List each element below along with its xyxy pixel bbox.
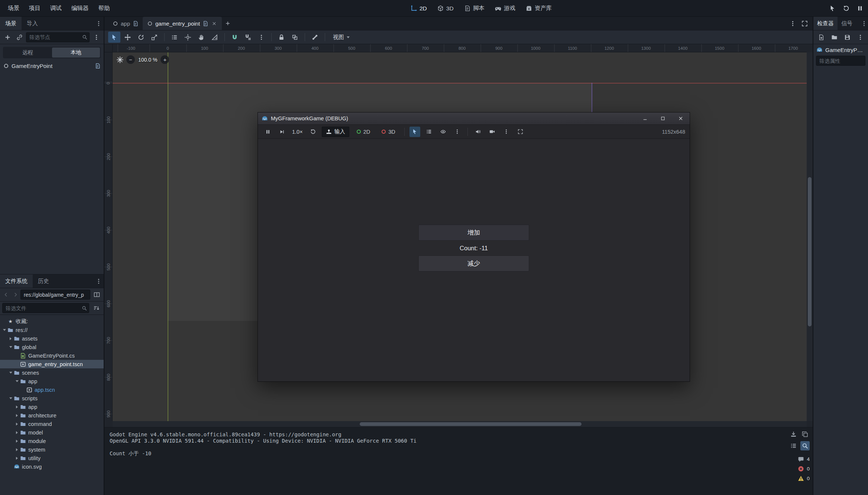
menu-item[interactable]: 帮助	[94, 3, 115, 14]
move-tool-button[interactable]	[122, 32, 134, 43]
zoom-level[interactable]: 100.0 %	[138, 57, 157, 63]
camera-options-button[interactable]	[501, 127, 512, 137]
sort-files-button[interactable]	[91, 303, 101, 313]
input-toggle-button[interactable]: 输入	[322, 127, 349, 137]
remote-button[interactable]: 远程	[4, 48, 52, 58]
add-node-button[interactable]	[2, 32, 13, 42]
tab-list-menu-button[interactable]	[787, 18, 798, 29]
rotate-tool-button[interactable]	[135, 32, 147, 43]
pivot-tool-button[interactable]	[182, 32, 194, 43]
new-resource-button[interactable]	[816, 32, 826, 42]
decrease-button[interactable]: 减少	[418, 255, 529, 271]
playback-speed-button[interactable]: 1.0×	[291, 129, 304, 135]
expand-chevron[interactable]	[8, 337, 13, 340]
file-tree-item[interactable]: ★ 收藏:	[0, 317, 104, 326]
increase-button[interactable]: 增加	[418, 225, 529, 241]
collapse-duplicates-button[interactable]	[789, 441, 798, 450]
nav-back-button[interactable]	[2, 290, 10, 299]
scale-tool-button[interactable]	[148, 32, 161, 43]
file-tree-item[interactable]: scenes	[0, 368, 104, 377]
expand-chevron[interactable]	[14, 457, 20, 460]
workspace-game[interactable]: 游戏	[490, 3, 520, 14]
tab-filesystem[interactable]: 文件系统	[0, 274, 33, 288]
grid-snap-button[interactable]	[242, 32, 254, 43]
file-tree-item[interactable]: system	[0, 445, 104, 454]
tab-import[interactable]: 导入	[22, 17, 43, 30]
file-tree-item[interactable]: global	[0, 343, 104, 351]
restart-game-button[interactable]	[841, 3, 852, 14]
file-tree-item[interactable]: module	[0, 437, 104, 445]
zoom-out-button[interactable]: −	[126, 55, 135, 64]
load-resource-button[interactable]	[829, 32, 839, 42]
filesystem-menu-button[interactable]	[93, 274, 104, 288]
game-window-titlebar[interactable]: MyGFrameworkGame (DEBUG)	[258, 113, 690, 125]
close-window-button[interactable]	[673, 113, 688, 124]
file-tree-item[interactable]: model	[0, 428, 104, 437]
embed-options-button[interactable]	[515, 127, 526, 137]
error-count-badge[interactable]: 0	[798, 466, 810, 472]
local-button[interactable]: 本地	[52, 48, 100, 58]
workspace-script[interactable]: 脚本	[459, 3, 489, 14]
expand-editor-button[interactable]	[799, 18, 810, 29]
maximize-window-button[interactable]	[655, 113, 670, 124]
3d-mode-button[interactable]: 3D	[378, 127, 399, 137]
split-view-button[interactable]	[91, 290, 102, 300]
tab-history[interactable]: 历史	[33, 274, 54, 288]
expand-chevron[interactable]	[8, 372, 13, 374]
lock-selection-button[interactable]	[275, 32, 288, 43]
file-tree-item[interactable]: utility	[0, 454, 104, 462]
inspector-extra-menu-button[interactable]	[855, 32, 865, 42]
node-select-button[interactable]	[409, 127, 420, 137]
menu-item[interactable]: 场景	[3, 3, 24, 14]
viewport-vertical-scrollbar[interactable]	[807, 52, 813, 421]
property-filter-input[interactable]	[816, 56, 865, 66]
menu-item[interactable]: 编辑器	[67, 3, 94, 14]
snap-options-button[interactable]	[255, 32, 268, 43]
expand-chevron[interactable]	[8, 397, 13, 399]
save-resource-button[interactable]	[842, 32, 852, 42]
game-focus-button[interactable]	[827, 3, 838, 14]
workspace-assetlib[interactable]: 资产库	[521, 3, 557, 14]
expand-chevron[interactable]	[14, 440, 20, 443]
inspector-menu-button[interactable]	[860, 17, 868, 30]
file-filter-input[interactable]	[2, 303, 89, 313]
horizontal-ruler[interactable]: -100010020030040050060070080090010001100…	[113, 44, 807, 52]
mute-audio-button[interactable]	[473, 127, 483, 137]
new-scene-tab-button[interactable]	[222, 17, 234, 30]
next-frame-button[interactable]	[276, 127, 287, 137]
scene-tab-app[interactable]: app	[108, 17, 143, 30]
scene-dock-menu-button[interactable]	[93, 17, 104, 30]
menu-item[interactable]: 调试	[45, 3, 67, 14]
file-tree-item[interactable]: game_entry_point.tscn	[0, 360, 104, 368]
expand-chevron[interactable]	[14, 380, 20, 382]
file-tree-item[interactable]: res://	[0, 326, 104, 334]
expand-chevron[interactable]	[8, 346, 13, 348]
file-tree-item[interactable]: app	[0, 377, 104, 385]
skeleton-options-button[interactable]	[309, 32, 321, 43]
file-tree-item[interactable]: command	[0, 420, 104, 428]
edited-object-row[interactable]: GameEntryPoint...	[813, 44, 868, 55]
tab-signals[interactable]: 信号	[838, 17, 856, 30]
tab-inspector[interactable]: 检查器	[813, 17, 838, 30]
file-tree-item[interactable]: scripts	[0, 394, 104, 403]
camera-override-button[interactable]	[487, 127, 498, 137]
expand-chevron[interactable]	[14, 423, 20, 426]
nav-forward-button[interactable]	[11, 290, 19, 299]
tab-scene[interactable]: 场景	[0, 17, 22, 30]
copy-log-button[interactable]	[800, 430, 810, 439]
minimize-window-button[interactable]	[638, 113, 652, 124]
scene-tree-menu-button[interactable]	[91, 32, 101, 42]
message-count-badge[interactable]: 4	[798, 456, 810, 462]
file-tree-item[interactable]: app.tscn	[0, 385, 104, 394]
file-tree-item[interactable]: app	[0, 403, 104, 411]
ruler-tool-button[interactable]	[208, 32, 221, 43]
smart-snap-button[interactable]	[229, 32, 241, 43]
scene-tab-game-entry-point[interactable]: game_entry_point	[143, 17, 222, 30]
visibility-button[interactable]	[438, 127, 448, 137]
expand-chevron[interactable]	[14, 414, 20, 417]
current-path-input[interactable]	[20, 290, 90, 300]
node-list-button[interactable]	[424, 127, 434, 137]
menu-item[interactable]: 项目	[24, 3, 45, 14]
close-tab-button[interactable]	[211, 20, 217, 27]
file-tree-item[interactable]: icon.svg	[0, 462, 104, 471]
